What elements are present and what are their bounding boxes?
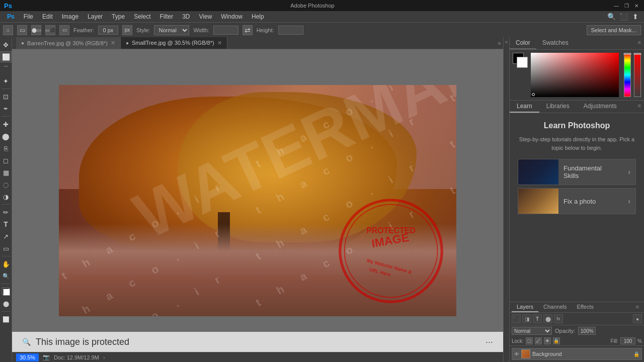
menu-image[interactable]: Image [58, 12, 83, 21]
minimize-button[interactable]: — [613, 2, 620, 9]
close-button[interactable]: ✕ [633, 2, 640, 9]
opacity-input[interactable] [578, 327, 596, 335]
panel-options-color[interactable]: ≡ [635, 37, 644, 49]
rect-marquee-opt[interactable]: ▭ [17, 25, 27, 35]
dodge-tool[interactable]: ◑ [1, 191, 12, 202]
menu-3d[interactable]: 3D [178, 12, 194, 21]
select-opt3[interactable]: ▭⬛ [45, 25, 55, 35]
crop-tool[interactable]: ⊡ [1, 91, 12, 102]
menu-window[interactable]: Window [217, 12, 247, 21]
panel-options-layers[interactable]: ≡ [633, 302, 642, 312]
color-gradient-picker[interactable] [531, 53, 619, 97]
tab-barrentree[interactable]: ● BarrenTree.jpg @ 30% (RGB/8*) ✕ [16, 37, 121, 49]
tab-libraries[interactable]: Libraries [539, 101, 577, 113]
fx-layer[interactable]: fx [554, 314, 563, 323]
menu-file[interactable]: File [20, 12, 37, 21]
home-button[interactable]: ⌂ [3, 25, 13, 35]
layer-background[interactable]: 👁 Background 🔒 [512, 348, 642, 360]
lock-all[interactable]: 🔒 [553, 337, 560, 344]
zoom-input[interactable] [16, 353, 39, 361]
restore-button[interactable]: ❐ [623, 2, 630, 9]
share-button[interactable]: ⬆ [630, 11, 641, 22]
tab-adjustments[interactable]: Adjustments [577, 101, 624, 113]
tab-channels[interactable]: Channels [538, 302, 572, 312]
panel-options-learn[interactable]: ≡ [635, 101, 644, 113]
feather-unit[interactable]: px [122, 25, 132, 35]
lock-position[interactable]: ✚ [544, 337, 551, 344]
marquee-tool[interactable]: ⬜ [1, 51, 12, 62]
eyedropper-tool[interactable]: ✒ [1, 103, 12, 114]
type-layer-btn[interactable]: T [533, 314, 542, 323]
tab-layers[interactable]: Layers [512, 302, 538, 312]
screen-mode[interactable]: ⬜ [1, 314, 12, 325]
learn-card-fundamental[interactable]: Fundamental Skills › [518, 159, 636, 185]
menu-help[interactable]: Help [248, 12, 268, 21]
tab-close-1[interactable]: ✕ [111, 40, 115, 46]
height-input[interactable] [278, 26, 303, 35]
style-select[interactable]: Normal [154, 25, 189, 35]
swap-wh-button[interactable]: ⇄ [243, 25, 253, 35]
search-button[interactable]: 🔍 [606, 11, 617, 22]
canvas-area[interactable]: thaco.ir thaco.ir thaco.ir thaco.ir thac… [12, 49, 503, 352]
feather-input[interactable] [98, 26, 118, 35]
group-layer[interactable]: ⬤ [543, 314, 552, 323]
select-opt4[interactable]: ▭ [59, 25, 69, 35]
tab-close-2[interactable]: ✕ [217, 40, 222, 46]
tab-color[interactable]: Color [510, 37, 536, 49]
panel-collapse[interactable]: « [503, 37, 509, 362]
type-tool[interactable]: T [1, 219, 12, 230]
layer-visibility[interactable]: 👁 [514, 351, 519, 357]
foreground-color[interactable] [1, 286, 12, 297]
gradient-tool[interactable]: ▦ [1, 167, 12, 178]
lock-row: Lock: ⬡ 🖊 ✚ 🔒 Fill: % [510, 336, 644, 346]
zoom-tool[interactable]: 🔍 [1, 270, 12, 282]
magic-wand-tool[interactable]: ✦ [1, 75, 12, 86]
background-swatch[interactable] [517, 57, 528, 68]
healing-tool[interactable]: ✚ [1, 119, 12, 130]
tab-label-2: SmallTree.jpg @ 30.5% (RGB/8*) [132, 40, 214, 46]
eraser-tool[interactable]: ◻ [1, 155, 12, 166]
tab-effects[interactable]: Effects [572, 302, 599, 312]
layer-mask[interactable]: ◨ [522, 314, 531, 323]
fill-input[interactable] [620, 337, 635, 344]
menu-select[interactable]: Select [130, 12, 154, 21]
app: Ps Adobe Photoshop — ❐ ✕ Ps File Edit Im… [0, 0, 644, 362]
hand-tool[interactable]: ✋ [1, 258, 12, 269]
tab-scroll[interactable]: » [498, 37, 503, 49]
tool-separator-5 [2, 284, 11, 284]
new-fill-layer[interactable]: ⬛ [512, 314, 521, 323]
select-opt2[interactable]: ⬤▭ [31, 25, 41, 35]
layers-area: Layers Channels Effects ≡ ⬛ ◨ T ⬤ fx ● [510, 302, 644, 362]
status-chevron[interactable]: › [103, 354, 105, 360]
workspace-button[interactable]: ⬛ [618, 11, 629, 22]
alpha-slider[interactable] [634, 53, 641, 97]
width-input[interactable] [213, 26, 238, 35]
layer-props[interactable]: ● [633, 314, 642, 323]
lock-image[interactable]: 🖊 [535, 337, 542, 344]
quick-mask[interactable]: ⬤ [1, 298, 12, 309]
pen-tool[interactable]: ✏ [1, 207, 12, 218]
lasso-tool[interactable]: ⌒ [1, 63, 12, 74]
select-mask-button[interactable]: Select and Mask... [587, 25, 641, 35]
learn-card-photo[interactable]: Fix a photo › [518, 188, 636, 214]
menu-edit[interactable]: Edit [38, 12, 57, 21]
menu-ps[interactable]: Ps [3, 12, 19, 21]
tab-smalltree[interactable]: ● SmallTree.jpg @ 30.5% (RGB/8*) ✕ [121, 37, 227, 49]
hue-slider[interactable] [624, 53, 631, 97]
tab-swatches[interactable]: Swatches [536, 37, 575, 49]
menu-filter[interactable]: Filter [155, 12, 177, 21]
learn-content: Learn Photoshop Step-by-step tutorials d… [510, 113, 644, 302]
blur-tool[interactable]: ◌ [1, 179, 12, 190]
path-select-tool[interactable]: ↗ [1, 231, 12, 242]
tab-learn[interactable]: Learn [510, 101, 539, 113]
shapes-tool[interactable]: ▭ [1, 243, 12, 254]
menu-layer[interactable]: Layer [84, 12, 107, 21]
clone-tool[interactable]: ⎘ [1, 143, 12, 154]
menu-type[interactable]: Type [108, 12, 129, 21]
status-bar: 📷 Doc: 12.9M/12.9M › [12, 352, 503, 362]
lock-transparent[interactable]: ⬡ [526, 337, 533, 344]
menu-view[interactable]: View [195, 12, 216, 21]
brush-tool[interactable]: ⬤ [1, 131, 12, 142]
move-tool[interactable]: ✥ [1, 39, 12, 50]
blend-mode-select[interactable]: Normal [512, 327, 552, 335]
